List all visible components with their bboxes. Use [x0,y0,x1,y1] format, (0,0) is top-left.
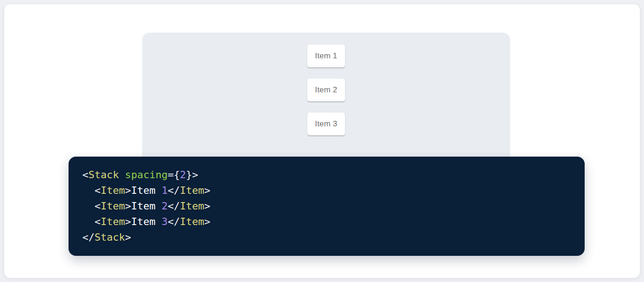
stack-item: Item 1 [307,45,345,68]
code-token-punct: < [82,169,88,180]
code-token-punct: </ [82,231,95,243]
stack: Item 1Item 2Item 3 [142,45,510,135]
code-token-punct: </ [167,200,180,212]
code-line: <Stack spacing={2}> [82,167,571,183]
code-token-tag: Item [101,185,125,196]
code-token-tag: Stack [88,169,119,180]
code-token-punct: ={ [167,169,180,180]
code-token-text: Item [131,200,161,212]
code-token-attr: spacing [125,169,168,180]
stack-item: Item 2 [307,79,345,102]
code-block: <Stack spacing={2}> <Item>Item 1</Item> … [69,157,585,256]
code-line: <Item>Item 1</Item> [82,183,571,198]
code-line: </Stack> [82,230,571,245]
code-content: <Stack spacing={2}> <Item>Item 1</Item> … [82,167,571,245]
code-token-text: Item [131,216,161,227]
stack-demo-panel: Item 1Item 2Item 3 [142,33,510,170]
code-line: <Item>Item 3</Item> [82,214,571,230]
code-token-punct: > [204,185,210,196]
code-token-punct: > [125,216,131,227]
code-token-text [82,185,95,196]
code-token-tag: Item [180,216,204,227]
code-token-punct: < [95,200,101,212]
code-token-tag: Stack [95,231,125,243]
code-token-punct: </ [167,216,180,227]
code-line: <Item>Item 2</Item> [82,198,571,214]
code-token-punct: > [125,231,131,243]
page-card: Item 1Item 2Item 3 <Stack spacing={2}> <… [4,4,640,278]
code-token-number: 1 [161,185,167,196]
code-token-text: Item [131,185,161,196]
code-token-punct: > [125,200,131,212]
code-token-text [82,200,95,212]
code-token-number: 2 [161,200,167,212]
stack-item: Item 3 [307,113,345,135]
code-token-punct: </ [167,185,180,196]
code-token-punct: > [204,216,210,227]
code-token-punct: < [95,216,101,227]
code-token-tag: Item [180,200,204,212]
code-token-tag: Item [101,216,125,227]
code-token-text [119,169,125,180]
code-token-number: 2 [180,169,186,180]
code-token-punct: < [95,185,101,196]
code-token-punct: > [204,200,210,212]
code-token-punct: }> [186,169,198,180]
code-token-tag: Item [180,185,204,196]
code-token-tag: Item [101,200,125,212]
code-token-text [82,216,95,227]
code-token-number: 3 [161,216,167,227]
code-token-punct: > [125,185,131,196]
